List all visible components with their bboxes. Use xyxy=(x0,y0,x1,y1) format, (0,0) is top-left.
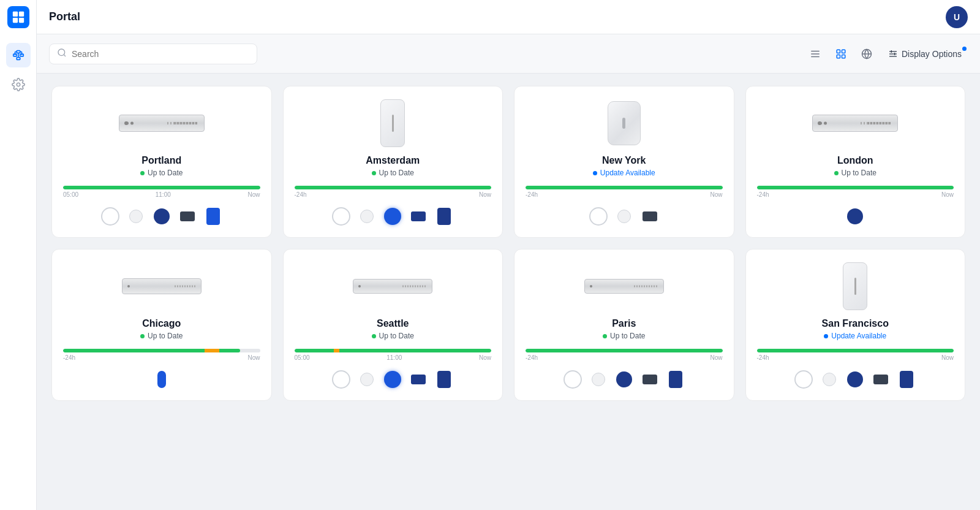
site-card-chicago[interactable]: Chicago Up to Date -24h Now xyxy=(51,249,272,401)
timeline: -24h Now xyxy=(63,349,260,361)
device-icons-row xyxy=(331,207,454,226)
timeline: 05:00 11:00 Now xyxy=(63,186,260,198)
svg-rect-1 xyxy=(18,12,23,17)
device-icon-router xyxy=(794,370,813,389)
timeline-fill xyxy=(526,349,723,352)
device-icon-camera-dark xyxy=(154,208,170,224)
site-card-portland[interactable]: Portland Up to Date 05:00 11:00 Now xyxy=(51,86,272,238)
device-icon-wrapper xyxy=(614,207,634,226)
device-icon-nvr xyxy=(873,375,888,384)
site-card-new-york[interactable]: New York Update Available -24h Now xyxy=(514,86,734,238)
timeline-labels: -24h Now xyxy=(295,191,492,198)
timeline-fill xyxy=(63,349,240,352)
device-icon-camera-white xyxy=(823,373,836,386)
site-card-seattle[interactable]: Seattle Up to Date 05:00 11:00 Now xyxy=(283,249,503,401)
globe-button[interactable] xyxy=(856,44,877,64)
device-icon-wrapper xyxy=(640,370,660,389)
device-icon-camera-dark xyxy=(847,371,863,387)
device-icon-protect-dark xyxy=(669,371,682,388)
avatar[interactable]: U xyxy=(946,6,968,28)
status-dot xyxy=(603,334,607,338)
device-icon-wrapper xyxy=(152,207,172,226)
status-dot xyxy=(824,334,828,338)
device-image-wrapper xyxy=(584,262,664,311)
search-box[interactable] xyxy=(49,44,257,64)
timeline-mid: 11:00 xyxy=(386,354,402,361)
search-input[interactable] xyxy=(72,49,249,59)
grid-view-button[interactable] xyxy=(831,44,851,64)
site-status: Up to Date xyxy=(140,332,183,340)
device-icon-nvr-dark xyxy=(411,375,426,384)
device-icon-camera-white xyxy=(360,373,374,386)
timeline-mid: 11:00 xyxy=(156,191,171,198)
site-name: San Francisco xyxy=(822,318,889,329)
device-icon-wrapper xyxy=(794,370,813,389)
display-options-label: Display Options xyxy=(902,49,962,59)
status-label: Up to Date xyxy=(148,169,183,177)
svg-rect-6 xyxy=(17,51,20,53)
device-icon-wrapper xyxy=(100,207,120,226)
status-label: Up to Date xyxy=(379,169,414,177)
device-icon-wrapper xyxy=(434,207,454,226)
device-icon-wrapper xyxy=(409,207,428,226)
device-image-wrapper xyxy=(608,99,641,148)
timeline: -24h Now xyxy=(757,349,954,361)
device-icon-camera-dark xyxy=(616,371,632,387)
svg-rect-19 xyxy=(837,50,840,53)
sidebar-item-network[interactable] xyxy=(6,43,31,67)
timeline-start: -24h xyxy=(526,191,538,198)
display-options-button[interactable]: Display Options xyxy=(882,45,968,63)
sliders-icon xyxy=(888,49,898,59)
timeline: -24h Now xyxy=(526,186,723,198)
network-icon xyxy=(12,48,25,62)
device-icon-wrapper xyxy=(871,370,891,389)
sidebar-item-settings[interactable] xyxy=(6,72,31,97)
status-label[interactable]: Update Available xyxy=(831,332,886,340)
device-icon-router xyxy=(332,207,350,226)
device-icon-nvr xyxy=(643,375,657,384)
timeline-labels: -24h Now xyxy=(63,354,260,361)
timeline-start: -24h xyxy=(63,354,75,361)
timeline-labels: -24h Now xyxy=(526,191,723,198)
device-icons-row xyxy=(152,370,172,389)
status-dot xyxy=(372,334,376,338)
device-image-rack-medium xyxy=(584,279,664,294)
grid-icon xyxy=(12,10,25,24)
site-name: New York xyxy=(602,155,646,166)
timeline-fill xyxy=(526,186,723,189)
status-label[interactable]: Update Available xyxy=(600,169,655,177)
status-dot xyxy=(593,171,597,175)
svg-rect-20 xyxy=(842,50,845,53)
timeline-fill xyxy=(295,349,492,352)
app-logo[interactable] xyxy=(7,6,29,28)
list-view-button[interactable] xyxy=(805,44,826,64)
svg-rect-0 xyxy=(12,12,17,17)
site-status: Up to Date xyxy=(834,169,876,177)
svg-point-13 xyxy=(17,83,20,86)
timeline-start: -24h xyxy=(526,354,538,361)
site-card-san-francisco[interactable]: San Francisco Update Available -24h Now xyxy=(745,249,966,401)
device-icon-wrapper xyxy=(152,370,172,389)
timeline-start: 05:00 xyxy=(63,191,78,198)
site-status: Up to Date xyxy=(140,169,183,177)
timeline-bar xyxy=(757,349,954,352)
status-label: Up to Date xyxy=(842,169,876,177)
timeline-bar xyxy=(295,349,492,352)
timeline-end: Now xyxy=(941,191,954,198)
site-card-paris[interactable]: Paris Up to Date -24h Now xyxy=(514,249,734,401)
device-icon-wrapper xyxy=(897,370,916,389)
timeline: -24h Now xyxy=(757,186,954,198)
device-icon-router xyxy=(332,370,350,389)
site-status: Update Available xyxy=(824,332,886,340)
site-card-london[interactable]: London Up to Date -24h Now xyxy=(745,86,966,238)
device-icon-camera-white xyxy=(617,210,631,223)
site-card-amsterdam[interactable]: Amsterdam Up to Date -24h Now xyxy=(283,86,503,238)
device-icon-wrapper xyxy=(357,207,377,226)
timeline-labels: -24h Now xyxy=(757,191,954,198)
timeline-labels: -24h Now xyxy=(757,354,954,361)
svg-point-14 xyxy=(58,49,65,56)
timeline-bar xyxy=(63,186,260,189)
timeline-bar xyxy=(63,349,260,352)
toolbar-right: Display Options xyxy=(805,44,968,64)
device-icon-wrapper xyxy=(331,370,351,389)
